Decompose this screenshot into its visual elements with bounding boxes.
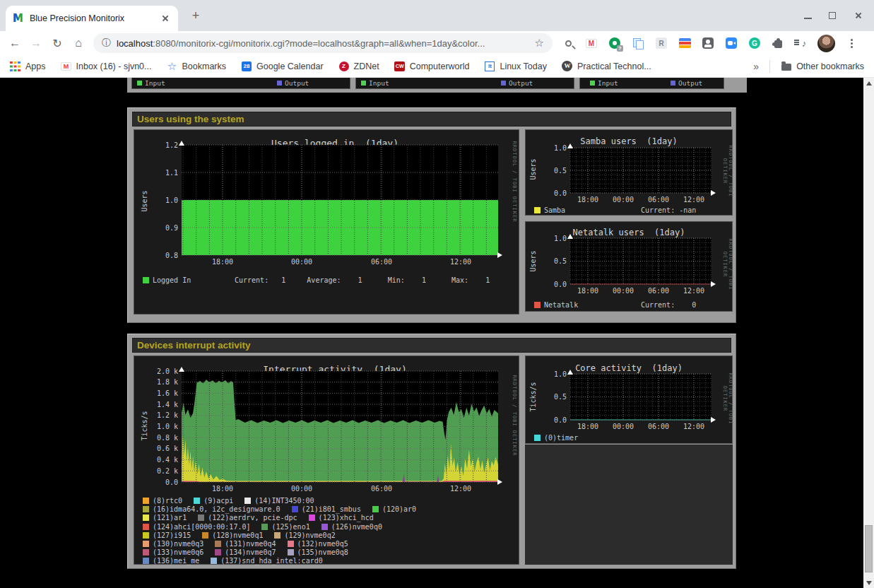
vertical-scrollbar[interactable] — [863, 78, 874, 588]
svg-text:06:00: 06:00 — [371, 485, 392, 493]
chart-stats: Current: 0 — [641, 301, 696, 309]
svg-text:00:00: 00:00 — [291, 485, 312, 493]
rrdtool-credit: RRDTOOL / TOBI OETIKER — [722, 225, 733, 303]
home-button[interactable]: ⌂ — [68, 37, 89, 49]
output-legend: Output — [501, 79, 533, 87]
search-ext-icon[interactable] — [561, 36, 575, 50]
menu-kebab-icon[interactable] — [844, 36, 858, 50]
chart-stats: Current: 1 Average: 1 Min: 1 Max: 1 — [235, 276, 490, 284]
chart-legend: Samba — [534, 206, 577, 214]
apps-grid-icon — [10, 61, 21, 72]
rrdtool-credit: RRDTOOL / TOBI OETIKER — [512, 129, 517, 235]
zdnet-icon: Z — [338, 61, 350, 72]
empty-cell-filler — [525, 445, 733, 565]
bookmark-inbox[interactable]: MInbox (16) - sjvn0... — [61, 61, 152, 72]
svg-text:1.0: 1.0 — [554, 370, 567, 378]
maximize-icon[interactable] — [829, 12, 836, 19]
svg-text:0.6 k: 0.6 k — [157, 445, 178, 452]
input-legend: Input — [361, 79, 389, 87]
bookmarks-separator — [769, 60, 770, 73]
svg-text:18:00: 18:00 — [212, 485, 233, 493]
clipped-graph-panel[interactable]: Input Output — [355, 78, 574, 89]
interrupt-activity-graph-panel[interactable]: Interrupt activity (1day) Ticks/s 18:000… — [134, 355, 519, 565]
bookmark-linux-today[interactable]: ltLinux Today — [484, 61, 547, 72]
svg-text:12:00: 12:00 — [683, 196, 704, 204]
r-ext-icon[interactable]: R — [654, 36, 668, 50]
core-activity-graph-panel[interactable]: Core activity (1day) Ticks/s 18:0000:000… — [525, 355, 733, 444]
bookmark-zdnet[interactable]: ZZDNet — [338, 61, 379, 72]
voice-ext-icon[interactable]: ? — [608, 36, 622, 50]
bookmark-computerworld[interactable]: CWComputerworld — [394, 61, 470, 72]
reload-button[interactable]: ↻ — [47, 37, 68, 50]
calendar-icon: 28 — [241, 61, 252, 72]
input-swatch-icon — [137, 81, 142, 86]
svg-text:0.9: 0.9 — [165, 224, 178, 232]
svg-text:12:00: 12:00 — [683, 287, 704, 295]
rrdtool-credit: RRDTOOL / TOBI OETIKER — [722, 360, 733, 437]
netatalk-users-chart: 18:0000:0006:0012:000.00.51.0 — [526, 222, 732, 311]
zoom-ext-icon[interactable] — [724, 36, 738, 50]
books-ext-icon[interactable] — [678, 36, 692, 50]
address-bar[interactable]: ⓘ localhost:8080/monitorix-cgi/monitorix… — [93, 33, 553, 53]
svg-text:06:00: 06:00 — [371, 258, 392, 266]
grammarly-ext-icon[interactable]: G — [748, 36, 762, 50]
page-content: Input Output Input Output Input Output U… — [0, 78, 874, 588]
scroll-down-icon[interactable] — [863, 577, 874, 588]
svg-text:1.0: 1.0 — [165, 196, 178, 204]
output-swatch-icon — [277, 81, 282, 86]
chart-stats: Current: -nan — [641, 206, 696, 214]
extensions-row: M ? R G ♪ — [561, 35, 858, 52]
svg-text:2.0 k: 2.0 k — [157, 368, 178, 375]
svg-text:18:00: 18:00 — [577, 196, 598, 204]
gmail-ext-icon[interactable]: M — [584, 36, 598, 50]
forward-button[interactable]: → — [25, 37, 47, 49]
netatalk-users-graph-panel[interactable]: Netatalk users (1day) Users 18:0000:0006… — [525, 221, 733, 312]
users-section-header: Users using the system — [132, 112, 731, 127]
svg-text:1.0 k: 1.0 k — [157, 423, 178, 430]
copy-ext-icon[interactable] — [631, 36, 645, 50]
wordpress-icon: W — [562, 61, 573, 72]
scrollbar-thumb[interactable] — [865, 525, 873, 572]
users-logged-in-graph-panel[interactable]: Users logged in (1day) Users 18:0000:000… — [134, 129, 519, 314]
devices-section-header: Devices interrupt activity — [132, 338, 731, 353]
new-tab-button[interactable]: + — [187, 6, 205, 25]
browser-tab[interactable]: MM Blue Precision Monitorix — [6, 6, 178, 31]
tab-close-icon[interactable] — [160, 13, 171, 24]
bookmark-google-calendar[interactable]: 28Google Calendar — [241, 61, 324, 72]
bookmark-apps[interactable]: Apps — [10, 61, 46, 72]
svg-text:1.0: 1.0 — [554, 235, 567, 242]
page-info-icon[interactable]: ⓘ — [102, 37, 111, 49]
close-icon[interactable] — [853, 10, 864, 21]
svg-text:1.1: 1.1 — [165, 169, 178, 177]
puzzle-extensions-icon[interactable] — [771, 36, 785, 50]
window-controls — [804, 10, 864, 21]
bookmarks-overflow-icon[interactable]: » — [753, 61, 759, 72]
minimize-icon[interactable] — [804, 13, 812, 19]
svg-text:0.0: 0.0 — [165, 478, 178, 486]
star-icon: ☆ — [167, 61, 178, 72]
svg-text:12:00: 12:00 — [683, 423, 704, 430]
clipped-graph-panel[interactable]: Input Output — [131, 78, 350, 89]
url-path: :8080/monitorix-cgi/monitorix.cgi?mode=l… — [153, 38, 485, 49]
tab-title: Blue Precision Monitorix — [30, 13, 154, 23]
scroll-up-icon[interactable] — [863, 78, 874, 88]
input-legend: Input — [590, 79, 618, 87]
svg-text:1.0: 1.0 — [554, 144, 567, 152]
bookmark-practical-technology[interactable]: WPractical Technol... — [562, 61, 651, 72]
profile-avatar[interactable] — [817, 35, 835, 52]
bookmark-star-icon[interactable]: ☆ — [535, 37, 544, 49]
svg-text:0.5: 0.5 — [554, 257, 567, 265]
music-queue-icon[interactable]: ♪ — [794, 36, 808, 50]
other-bookmarks[interactable]: Other bookmarks — [781, 61, 864, 72]
samba-users-graph-panel[interactable]: Samba users (1day) Users 18:0000:0006:00… — [525, 129, 733, 216]
rrdtool-credit: RRDTOOL / TOBI OETIKER — [722, 132, 733, 210]
bookmark-bookmarks[interactable]: ☆Bookmarks — [167, 61, 227, 72]
back-button[interactable]: ← — [4, 37, 25, 49]
browser-window: MM Blue Precision Monitorix + ← → ↻ ⌂ ⓘ … — [0, 0, 874, 588]
folder-icon — [781, 61, 792, 72]
svg-text:1.2 k: 1.2 k — [157, 411, 178, 419]
pocket-ext-icon[interactable] — [701, 36, 715, 50]
clipped-graph-panel[interactable]: Input Output — [579, 78, 724, 89]
svg-text:1.2: 1.2 — [165, 141, 178, 149]
browser-toolbar: ← → ↻ ⌂ ⓘ localhost:8080/monitorix-cgi/m… — [0, 31, 874, 55]
